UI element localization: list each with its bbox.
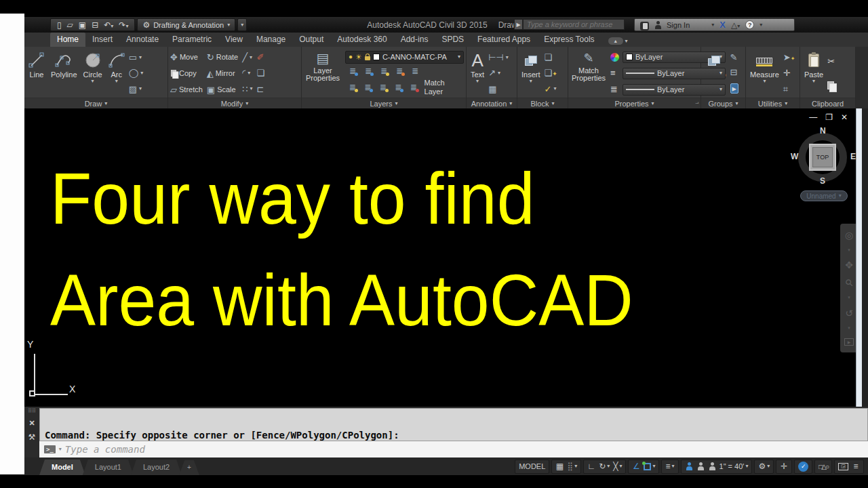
recent-commands-icon[interactable]: ▾ [59,447,62,452]
panel-label-draw[interactable]: Draw▾ [24,98,167,108]
panel-label-groups[interactable]: Groups▾ [701,98,745,108]
customization-button[interactable]: ≡ [850,460,861,473]
annotation-scale-select[interactable]: 1" = 40'▾ [718,460,750,473]
osnap-angle-toggle[interactable]: ∠ [631,460,642,473]
id-point-tool[interactable]: ✛ [783,68,795,77]
grip-dots-icon[interactable]: ⠿⠿ [28,408,36,414]
panel-label-annotation[interactable]: Annotation▾ [467,98,517,108]
text-button[interactable]: A Text ▾ [469,49,486,98]
table-tool[interactable]: ▦ [488,85,509,94]
chevron-down-icon[interactable]: ▾ [848,325,850,331]
tab-express-tools[interactable]: Express Tools [537,33,601,47]
layer-walk-icon[interactable]: ≣ [378,83,388,92]
snap-mode-toggle[interactable]: ⣿▾ [566,460,578,473]
tab-output[interactable]: Output [292,33,330,47]
copy-button[interactable]: Copy [170,69,203,78]
tab-model[interactable]: Model [39,460,85,475]
create-block-tool[interactable]: ❏✦ [545,68,557,77]
linetype-tool[interactable]: ≣ [610,85,619,94]
dialog-launcher-icon[interactable]: ⌐ [695,100,698,107]
object-snap-toggle[interactable]: ▾ [642,460,656,473]
grid-display-toggle[interactable]: ▦ [554,460,565,473]
tab-annotate[interactable]: Annotate [119,33,165,47]
lineweight-tool[interactable]: ≡ [610,68,619,77]
layer-unlock-icon[interactable]: ≣ [394,83,403,92]
panel-label-properties[interactable]: Properties▾ [568,98,701,108]
stretch-button[interactable]: ▱Stretch [170,85,203,94]
new-layout-button[interactable]: + [179,460,199,475]
command-input-row[interactable]: >_ ▾ Type a command [39,441,868,458]
dimension-tool[interactable]: ⊢⊣▾ [488,53,509,62]
vertical-scrollbar[interactable] [856,108,862,407]
search-arrow-icon[interactable]: ▶ [514,19,523,30]
command-prompt-icon[interactable]: >_ [44,445,56,453]
a360-icon[interactable]: △▾ [731,20,740,30]
workspace-switching-button[interactable]: ⚙▾ [757,460,771,473]
selection-cycling-toggle[interactable]: ≡▾ [664,460,675,473]
layer-lock-tool-icon[interactable]: ≣ [395,67,404,75]
mirror-button[interactable]: ◭Mirror [207,69,238,78]
panel-label-layers[interactable]: Layers▾ [302,98,466,108]
array-tool[interactable]: ∷▾ [242,85,252,94]
tab-layout2[interactable]: Layout2 [131,460,182,475]
layer-freeze-icon[interactable]: ≣ [379,67,389,75]
layer-on-icon[interactable]: ● [349,54,353,60]
group-selection-toggle[interactable]: ▸ [730,83,739,94]
match-layer-button[interactable]: Match Layer [425,79,464,96]
layer-make-current-icon[interactable]: ≣ [410,67,420,75]
panel-label-block[interactable]: Block▾ [517,98,568,108]
annotation-scale-icon-button[interactable] [707,460,717,473]
lineweight-select[interactable]: ByLayer▾ [623,68,726,79]
new-file-icon[interactable]: ▯ [57,21,62,29]
showmotion-icon[interactable]: ▶ [844,338,854,346]
qat-customize-button[interactable]: ▾ [237,18,247,31]
wrench-icon[interactable]: ⚒ [28,432,36,442]
paste-button[interactable]: Paste ▾ [802,49,825,98]
linetype-select[interactable]: ByLayer▾ [623,84,726,96]
viewcube-south[interactable]: S [820,176,825,186]
viewcube[interactable]: N S W E TOP [796,127,850,182]
command-input-placeholder[interactable]: Type a command [65,444,145,455]
save-icon[interactable]: ▣ [79,21,86,29]
fillet-tool[interactable]: ◜▾ [242,68,252,77]
restore-icon[interactable]: ❐ [825,113,833,122]
tab-autodesk-360[interactable]: Autodesk 360 [330,33,393,47]
polar-tracking-toggle[interactable]: ↻▾ [597,460,611,473]
viewcube-north[interactable]: N [820,126,826,136]
close-icon[interactable]: ✕ [28,419,35,428]
measure-button[interactable]: Measure ▾ [748,49,781,98]
sign-in-button[interactable]: Sign In [667,21,690,29]
command-dock-grip[interactable]: ⠿⠿ ✕ ⚒ [24,407,39,458]
ortho-toggle[interactable]: ∟ [586,460,597,473]
tab-layout1[interactable]: Layout1 [83,460,134,475]
ellipse-tool[interactable]: ◯▾ [129,68,144,77]
tab-insert[interactable]: Insert [85,33,119,47]
layer-thaw-icon[interactable]: ☀ [355,54,362,61]
hatch-tool[interactable]: ▨▾ [129,85,144,94]
explode-tool[interactable]: ❏ [256,68,264,77]
chevron-down-icon[interactable]: ▾ [848,247,850,253]
edit-block-tool[interactable]: ❏ [545,53,557,62]
circle-button[interactable]: Circle ▾ [81,49,104,98]
polyline-button[interactable]: Polyline [49,49,79,98]
insert-button[interactable]: Insert ▾ [519,49,542,98]
panel-label-clipboard[interactable]: Clipboard [800,98,855,108]
workspace-switcher[interactable]: ⚙ Drafting & Annotation ▾ [137,18,235,31]
chevron-down-icon[interactable]: ▾ [848,295,850,300]
scale-button[interactable]: ▣Scale [207,85,238,94]
panel-label-modify[interactable]: Modify▾ [168,98,301,108]
tab-view[interactable]: View [218,33,250,47]
match-properties-button[interactable]: ✎ Match Properties [570,49,607,98]
model-space-button[interactable]: MODEL [517,460,547,473]
cut-tool[interactable]: ✂ [827,57,835,66]
layer-off-icon[interactable]: ≣ [348,83,357,92]
layer-lock-icon[interactable] [365,56,370,60]
rectangle-tool[interactable]: ▭▾ [129,53,144,62]
quick-calc-tool[interactable]: ⌗ [783,85,795,94]
quick-select-tool[interactable]: ➤✦ [783,53,795,62]
layer-select[interactable]: ● ☀ C-ANNO-MATC-PA ▾ [345,51,464,64]
ribbon-display-toggle[interactable]: ▲▾ [608,37,628,45]
object-color-tool[interactable] [610,53,619,62]
zoom-extents-icon[interactable]: ⚲ [843,277,854,288]
search-input[interactable] [523,19,625,30]
